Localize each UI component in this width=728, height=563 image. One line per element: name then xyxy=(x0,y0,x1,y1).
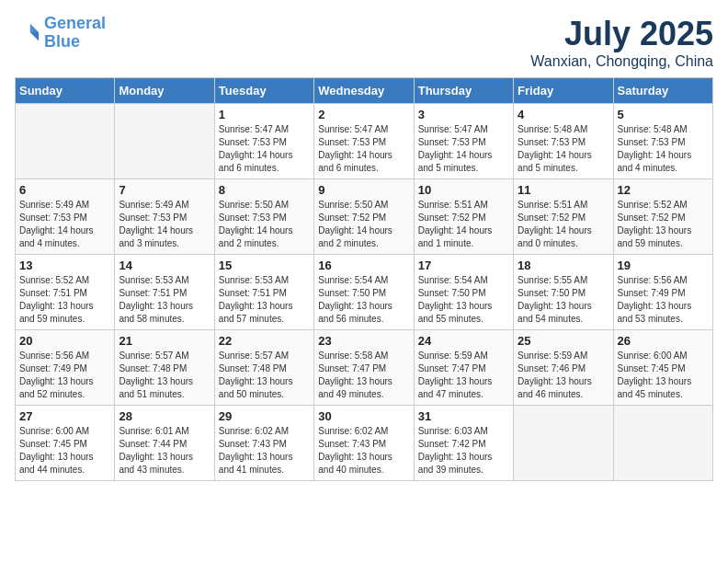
day-number: 26 xyxy=(618,334,709,348)
calendar-cell: 28Sunrise: 6:01 AMSunset: 7:44 PMDayligh… xyxy=(115,406,214,481)
calendar-cell: 24Sunrise: 5:59 AMSunset: 7:47 PMDayligh… xyxy=(414,330,513,406)
calendar-cell: 2Sunrise: 5:47 AMSunset: 7:53 PMDaylight… xyxy=(314,104,414,179)
day-number: 2 xyxy=(318,108,409,121)
day-number: 12 xyxy=(618,183,709,197)
day-number: 1 xyxy=(219,108,310,121)
day-info: Sunrise: 5:47 AMSunset: 7:53 PMDaylight:… xyxy=(418,123,509,175)
calendar-cell: 14Sunrise: 5:53 AMSunset: 7:51 PMDayligh… xyxy=(115,255,214,330)
day-info: Sunrise: 6:01 AMSunset: 7:44 PMDaylight:… xyxy=(119,425,210,477)
calendar-cell: 25Sunrise: 5:59 AMSunset: 7:46 PMDayligh… xyxy=(514,330,613,406)
day-number: 10 xyxy=(418,183,509,197)
day-number: 17 xyxy=(418,259,509,272)
day-number: 11 xyxy=(518,183,609,197)
location: Wanxian, Chongqing, China xyxy=(530,53,713,70)
calendar-cell xyxy=(115,104,214,179)
day-of-week-header: Friday xyxy=(514,78,613,104)
day-info: Sunrise: 5:47 AMSunset: 7:53 PMDaylight:… xyxy=(318,123,409,175)
day-of-week-header: Thursday xyxy=(414,78,513,104)
calendar-cell xyxy=(16,104,115,179)
day-number: 8 xyxy=(219,183,310,197)
day-info: Sunrise: 5:52 AMSunset: 7:51 PMDaylight:… xyxy=(19,274,110,326)
day-of-week-header: Saturday xyxy=(613,78,712,104)
page-header: General Blue July 2025 Wanxian, Chongqin… xyxy=(15,15,713,70)
calendar-week-row: 1Sunrise: 5:47 AMSunset: 7:53 PMDaylight… xyxy=(16,104,713,179)
calendar-cell: 31Sunrise: 6:03 AMSunset: 7:42 PMDayligh… xyxy=(414,406,513,481)
calendar-cell: 3Sunrise: 5:47 AMSunset: 7:53 PMDaylight… xyxy=(414,104,513,179)
calendar-cell: 16Sunrise: 5:54 AMSunset: 7:50 PMDayligh… xyxy=(314,255,414,330)
calendar-cell: 22Sunrise: 5:57 AMSunset: 7:48 PMDayligh… xyxy=(214,330,313,406)
day-number: 16 xyxy=(318,259,409,272)
day-info: Sunrise: 6:02 AMSunset: 7:43 PMDaylight:… xyxy=(318,425,409,477)
calendar-cell: 26Sunrise: 6:00 AMSunset: 7:45 PMDayligh… xyxy=(613,330,712,406)
day-info: Sunrise: 6:00 AMSunset: 7:45 PMDaylight:… xyxy=(618,350,709,401)
day-number: 30 xyxy=(318,409,409,423)
day-number: 25 xyxy=(518,334,609,348)
calendar-cell: 19Sunrise: 5:56 AMSunset: 7:49 PMDayligh… xyxy=(613,255,712,330)
calendar-cell: 12Sunrise: 5:52 AMSunset: 7:52 PMDayligh… xyxy=(613,179,712,255)
calendar-cell: 4Sunrise: 5:48 AMSunset: 7:53 PMDaylight… xyxy=(514,104,613,179)
day-info: Sunrise: 5:50 AMSunset: 7:52 PMDaylight:… xyxy=(318,199,409,250)
day-info: Sunrise: 5:56 AMSunset: 7:49 PMDaylight:… xyxy=(618,274,709,326)
day-number: 3 xyxy=(418,108,509,121)
day-info: Sunrise: 5:47 AMSunset: 7:53 PMDaylight:… xyxy=(219,123,310,175)
svg-marker-1 xyxy=(30,32,39,40)
day-info: Sunrise: 5:49 AMSunset: 7:53 PMDaylight:… xyxy=(19,199,110,250)
svg-marker-0 xyxy=(30,24,39,32)
month-title: July 2025 xyxy=(530,15,713,53)
logo-text: General Blue xyxy=(44,15,106,52)
day-info: Sunrise: 5:54 AMSunset: 7:50 PMDaylight:… xyxy=(318,274,409,326)
day-number: 31 xyxy=(418,409,509,423)
day-info: Sunrise: 5:49 AMSunset: 7:53 PMDaylight:… xyxy=(119,199,210,250)
day-number: 22 xyxy=(219,334,310,348)
calendar-cell: 21Sunrise: 5:57 AMSunset: 7:48 PMDayligh… xyxy=(115,330,214,406)
day-info: Sunrise: 5:55 AMSunset: 7:50 PMDaylight:… xyxy=(518,274,609,326)
calendar-cell: 17Sunrise: 5:54 AMSunset: 7:50 PMDayligh… xyxy=(414,255,513,330)
day-number: 13 xyxy=(19,259,110,272)
day-info: Sunrise: 5:59 AMSunset: 7:46 PMDaylight:… xyxy=(518,350,609,401)
day-number: 29 xyxy=(219,409,310,423)
calendar-cell xyxy=(613,406,712,481)
day-number: 23 xyxy=(318,334,409,348)
day-number: 14 xyxy=(119,259,210,272)
day-number: 6 xyxy=(19,183,110,197)
calendar-week-row: 13Sunrise: 5:52 AMSunset: 7:51 PMDayligh… xyxy=(16,255,713,330)
day-info: Sunrise: 5:58 AMSunset: 7:47 PMDaylight:… xyxy=(318,350,409,401)
calendar-cell: 15Sunrise: 5:53 AMSunset: 7:51 PMDayligh… xyxy=(214,255,313,330)
calendar-cell: 6Sunrise: 5:49 AMSunset: 7:53 PMDaylight… xyxy=(16,179,115,255)
day-info: Sunrise: 5:56 AMSunset: 7:49 PMDaylight:… xyxy=(19,350,110,401)
day-number: 24 xyxy=(418,334,509,348)
day-info: Sunrise: 5:50 AMSunset: 7:53 PMDaylight:… xyxy=(219,199,310,250)
day-number: 7 xyxy=(119,183,210,197)
calendar-cell: 10Sunrise: 5:51 AMSunset: 7:52 PMDayligh… xyxy=(414,179,513,255)
logo: General Blue xyxy=(15,15,106,52)
day-number: 18 xyxy=(518,259,609,272)
calendar-week-row: 20Sunrise: 5:56 AMSunset: 7:49 PMDayligh… xyxy=(16,330,713,406)
calendar-week-row: 6Sunrise: 5:49 AMSunset: 7:53 PMDaylight… xyxy=(16,179,713,255)
day-info: Sunrise: 5:53 AMSunset: 7:51 PMDaylight:… xyxy=(219,274,310,326)
calendar-cell: 29Sunrise: 6:02 AMSunset: 7:43 PMDayligh… xyxy=(214,406,313,481)
calendar-cell: 30Sunrise: 6:02 AMSunset: 7:43 PMDayligh… xyxy=(314,406,414,481)
day-info: Sunrise: 6:00 AMSunset: 7:45 PMDaylight:… xyxy=(19,425,110,477)
day-info: Sunrise: 5:57 AMSunset: 7:48 PMDaylight:… xyxy=(219,350,310,401)
day-info: Sunrise: 5:48 AMSunset: 7:53 PMDaylight:… xyxy=(518,123,609,175)
day-info: Sunrise: 5:51 AMSunset: 7:52 PMDaylight:… xyxy=(518,199,609,250)
calendar-cell: 18Sunrise: 5:55 AMSunset: 7:50 PMDayligh… xyxy=(514,255,613,330)
calendar-cell: 9Sunrise: 5:50 AMSunset: 7:52 PMDaylight… xyxy=(314,179,414,255)
day-number: 4 xyxy=(518,108,609,121)
day-of-week-header: Tuesday xyxy=(214,78,313,104)
day-info: Sunrise: 5:52 AMSunset: 7:52 PMDaylight:… xyxy=(618,199,709,250)
day-info: Sunrise: 5:54 AMSunset: 7:50 PMDaylight:… xyxy=(418,274,509,326)
calendar-cell: 13Sunrise: 5:52 AMSunset: 7:51 PMDayligh… xyxy=(16,255,115,330)
calendar-cell: 8Sunrise: 5:50 AMSunset: 7:53 PMDaylight… xyxy=(214,179,313,255)
day-of-week-header: Sunday xyxy=(16,78,115,104)
calendar-header-row: SundayMondayTuesdayWednesdayThursdayFrid… xyxy=(16,78,713,104)
logo-icon xyxy=(15,20,40,46)
day-info: Sunrise: 5:48 AMSunset: 7:53 PMDaylight:… xyxy=(618,123,709,175)
calendar-cell: 27Sunrise: 6:00 AMSunset: 7:45 PMDayligh… xyxy=(16,406,115,481)
calendar-cell: 1Sunrise: 5:47 AMSunset: 7:53 PMDaylight… xyxy=(214,104,313,179)
day-info: Sunrise: 5:51 AMSunset: 7:52 PMDaylight:… xyxy=(418,199,509,250)
calendar-cell: 23Sunrise: 5:58 AMSunset: 7:47 PMDayligh… xyxy=(314,330,414,406)
day-number: 19 xyxy=(618,259,709,272)
calendar-cell xyxy=(514,406,613,481)
day-number: 15 xyxy=(219,259,310,272)
